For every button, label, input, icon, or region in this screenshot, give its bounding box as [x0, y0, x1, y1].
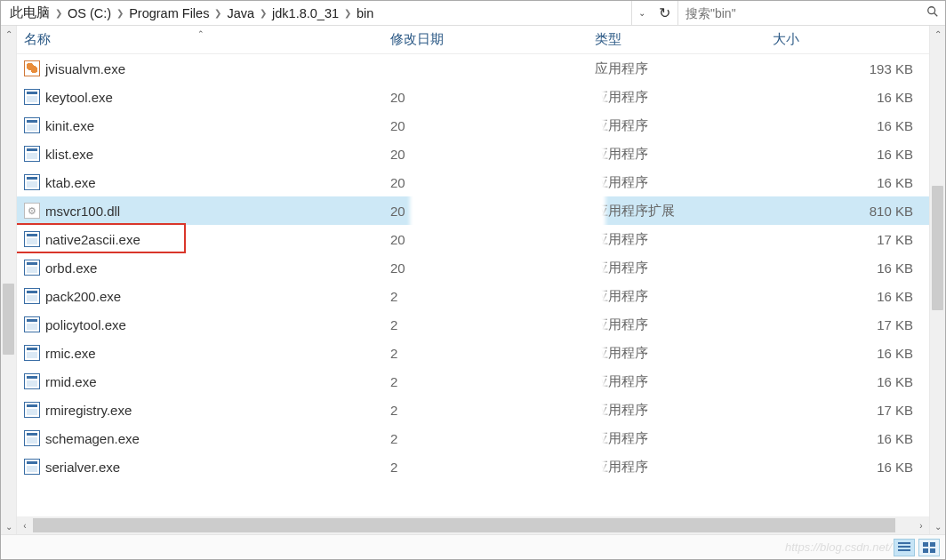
file-name: klist.exe — [45, 147, 390, 162]
exe-file-icon — [24, 459, 40, 475]
chevron-right-icon: ❯ — [258, 8, 269, 18]
column-name[interactable]: 名称 ⌃ — [24, 31, 390, 48]
file-type: 应用程序 — [595, 288, 773, 305]
file-size: 16 KB — [773, 175, 929, 190]
file-name: jvisualvm.exe — [45, 61, 390, 76]
file-type: 应用程序 — [595, 174, 773, 191]
file-name: kinit.exe — [45, 118, 390, 133]
file-size: 16 KB — [773, 346, 929, 361]
scroll-up-icon[interactable]: ⌃ — [930, 26, 945, 42]
file-name: rmic.exe — [45, 346, 390, 361]
file-size: 16 KB — [773, 374, 929, 389]
file-size: 17 KB — [773, 317, 929, 332]
column-name-label: 名称 — [24, 31, 51, 46]
address-bar: 此电脑❯OS (C:)❯Program Files❯Java❯jdk1.8.0_… — [1, 1, 945, 26]
status-bar: https://blog.csdn.net/ — [1, 534, 945, 559]
file-size: 16 KB — [773, 289, 929, 304]
chevron-right-icon: ❯ — [212, 8, 223, 18]
column-date[interactable]: 修改日期 — [390, 31, 595, 48]
file-type: 应用程序 — [595, 402, 773, 419]
file-size: 16 KB — [773, 431, 929, 446]
file-size: 16 KB — [773, 460, 929, 475]
file-name: rmiregistry.exe — [45, 403, 390, 418]
scroll-up-icon[interactable]: ⌃ — [1, 26, 16, 42]
blur-overlay — [410, 76, 605, 503]
exe-file-icon — [24, 288, 40, 304]
address-dropdown-icon[interactable]: ⌄ — [632, 8, 652, 18]
file-type: 应用程序 — [595, 316, 773, 333]
breadcrumb-item[interactable]: bin — [353, 6, 377, 20]
svg-point-0 — [928, 6, 935, 13]
scroll-down-icon[interactable]: ⌄ — [930, 518, 945, 534]
hscroll-thumb[interactable] — [33, 518, 895, 532]
search-input[interactable] — [678, 6, 920, 20]
file-name: orbd.exe — [45, 260, 390, 276]
breadcrumb-item[interactable]: Java — [223, 6, 258, 20]
file-type: 应用程序 — [595, 117, 773, 134]
breadcrumb-item[interactable]: 此电脑 — [6, 4, 53, 21]
dll-file-icon — [24, 203, 40, 219]
list-scrollbar[interactable]: ⌃ ⌄ — [929, 26, 945, 534]
file-size: 16 KB — [773, 90, 929, 105]
scroll-thumb[interactable] — [3, 284, 14, 355]
horizontal-scrollbar[interactable]: ‹ › — [33, 516, 913, 534]
file-name: native2ascii.exe — [45, 232, 390, 247]
file-name: policytool.exe — [45, 317, 390, 332]
file-size: 810 KB — [773, 204, 929, 219]
chevron-right-icon: ❯ — [115, 8, 125, 18]
breadcrumb-item[interactable]: jdk1.8.0_31 — [269, 6, 342, 20]
watermark-text: https://blog.csdn.net/ — [785, 540, 892, 554]
svg-rect-8 — [930, 548, 935, 553]
file-name: keytool.exe — [45, 90, 390, 105]
exe-file-icon — [24, 373, 40, 389]
file-type: 应用程序 — [595, 146, 773, 163]
chevron-right-icon: ❯ — [342, 8, 353, 18]
search-icon[interactable] — [920, 5, 945, 21]
file-type: 应用程序 — [595, 60, 773, 77]
svg-rect-2 — [898, 542, 910, 544]
svg-line-1 — [934, 12, 938, 16]
file-size: 193 KB — [773, 61, 929, 76]
exe-file-icon — [24, 146, 40, 162]
view-details-button[interactable] — [894, 539, 915, 556]
refresh-button[interactable]: ↻ — [652, 1, 678, 25]
file-type: 应用程序 — [595, 231, 773, 248]
breadcrumb[interactable]: 此电脑❯OS (C:)❯Program Files❯Java❯jdk1.8.0_… — [1, 1, 632, 25]
scroll-right-icon[interactable]: › — [913, 516, 929, 534]
file-size: 16 KB — [773, 260, 929, 276]
exe-file-icon — [24, 402, 40, 418]
file-name: ktab.exe — [45, 175, 390, 190]
nav-scrollbar[interactable]: ⌃ ⌄ — [1, 26, 17, 534]
svg-rect-5 — [923, 542, 928, 547]
file-size: 16 KB — [773, 118, 929, 133]
file-type: 应用程序 — [595, 345, 773, 362]
view-icons-button[interactable] — [918, 539, 940, 556]
exe-file-icon — [24, 316, 40, 332]
exe-file-icon — [24, 345, 40, 361]
svg-rect-6 — [930, 542, 935, 547]
search-box — [678, 1, 945, 25]
column-size[interactable]: 大小 — [773, 31, 929, 48]
exe-file-icon — [24, 174, 40, 190]
breadcrumb-item[interactable]: Program Files — [125, 6, 212, 20]
column-headers: 名称 ⌃ 修改日期 类型 大小 — [17, 26, 929, 54]
exe-file-icon — [24, 231, 40, 247]
jvisualvm-icon — [24, 60, 40, 76]
file-type: 应用程序 — [595, 459, 773, 476]
chevron-right-icon: ❯ — [53, 8, 64, 18]
file-name: rmid.exe — [45, 374, 390, 389]
file-name: pack200.exe — [45, 289, 390, 304]
scroll-thumb[interactable] — [932, 186, 943, 310]
exe-file-icon — [24, 117, 40, 133]
exe-file-icon — [24, 260, 40, 276]
scroll-down-icon[interactable]: ⌄ — [1, 518, 16, 534]
file-size: 17 KB — [773, 232, 929, 247]
column-type[interactable]: 类型 — [595, 31, 773, 48]
svg-rect-4 — [898, 549, 910, 551]
exe-file-icon — [24, 430, 40, 446]
scroll-left-icon[interactable]: ‹ — [17, 516, 33, 534]
file-name: msvcr100.dll — [45, 204, 390, 219]
breadcrumb-item[interactable]: OS (C:) — [64, 6, 115, 20]
file-type: 应用程序 — [595, 430, 773, 447]
file-name: schemagen.exe — [45, 431, 390, 446]
